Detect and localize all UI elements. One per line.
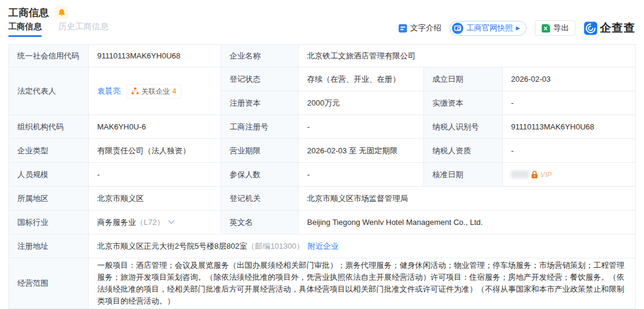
- company-name-value: 北京铁工文旅酒店管理有限公司: [299, 45, 635, 67]
- industry-value: 商务服务业: [97, 217, 136, 228]
- page-title: 工商信息: [8, 6, 49, 20]
- approval-date-cell: VIP: [503, 163, 635, 187]
- org-code-value: MAK6YH0U-6: [89, 115, 221, 139]
- reg-number-value: -: [299, 115, 424, 139]
- tab-bar: 工商信息 历史工商信息 文字介绍 工商官网快照 ▶: [0, 19, 644, 39]
- qichacha-logo-icon: [584, 21, 597, 35]
- official-snapshot-button[interactable]: 工商官网快照 ▶: [450, 21, 527, 36]
- related-companies-count: 4: [172, 86, 177, 97]
- reg-capital-label: 注册资本: [221, 91, 299, 115]
- paid-capital-label: 实缴资本: [424, 91, 503, 115]
- related-companies-label: 关联企业: [141, 86, 170, 97]
- taxpayer-id-value: 91110113MAK6YH0U68: [503, 115, 635, 139]
- snapshot-camera-icon: [452, 23, 463, 34]
- business-scope-label: 经营范围: [9, 258, 89, 308]
- vip-locked-value[interactable]: VIP: [511, 169, 552, 180]
- address-value: 北京市顺义区正元大街2号院5号楼8层802室: [97, 240, 247, 252]
- reg-capital-value: 2000万元: [299, 91, 424, 115]
- excel-icon: [541, 24, 550, 33]
- text-intro-label: 文字介绍: [410, 23, 441, 33]
- company-type-label: 企业类型: [9, 139, 89, 163]
- paid-capital-value: -: [503, 91, 635, 115]
- credit-code-value: 91110113MAK6YH0U68: [89, 45, 221, 67]
- industry-label: 国标行业: [9, 211, 89, 234]
- export-button[interactable]: 导出: [535, 20, 575, 36]
- text-intro-button[interactable]: 文字介绍: [398, 23, 441, 33]
- header-actions: 文字介绍 工商官网快照 ▶ 导出: [398, 19, 636, 37]
- company-name-label: 企业名称: [221, 45, 299, 67]
- credit-code-label: 统一社会信用代码: [9, 45, 89, 67]
- region-value: 北京市顺义区: [89, 187, 221, 211]
- address-label: 注册地址: [9, 234, 89, 258]
- nearby-companies-link[interactable]: 附近企业: [308, 240, 339, 252]
- reg-status-value: 存续（在营、开业、在册）: [299, 67, 424, 91]
- reg-number-label: 工商注册号: [221, 115, 299, 139]
- reg-authority-value: 北京市顺义区市场监督管理局: [299, 187, 635, 211]
- tab-history-business-info[interactable]: 历史工商信息: [58, 21, 109, 37]
- industry-code: （L72）: [136, 217, 165, 228]
- industry-cell: 商务服务业 （L72）: [89, 211, 221, 234]
- legal-rep-name-link[interactable]: 袁晨亮: [97, 85, 120, 97]
- reg-status-label: 登记状态: [221, 67, 299, 91]
- address-cell: 北京市顺义区正元大街2号院5号楼8层802室 （邮编101300） 附近企业: [89, 234, 635, 258]
- section-header: 工商信息: [0, 0, 644, 19]
- staff-size-value: -: [89, 163, 221, 187]
- org-chart-icon: [131, 87, 139, 95]
- export-label: 导出: [553, 23, 569, 33]
- lock-icon: [531, 171, 538, 179]
- notification-bell-icon[interactable]: [55, 6, 68, 19]
- chevron-down-icon[interactable]: [168, 220, 175, 224]
- reg-authority-label: 登记机关: [221, 187, 299, 211]
- org-code-label: 组织机构代码: [9, 115, 89, 139]
- qichacha-brand-name: 企查查: [600, 20, 636, 36]
- insured-count-value: -: [299, 163, 424, 187]
- company-type-value: 有限责任公司（法人独资）: [89, 139, 221, 163]
- address-postcode: （邮编101300）: [247, 240, 304, 252]
- business-scope-value: 一般项目：酒店管理；会议及展览服务（出国办展须经相关部门审批）；票务代理服务；健…: [89, 258, 635, 308]
- snapshot-label: 工商官网快照: [466, 23, 513, 33]
- insured-count-label: 参保人数: [221, 163, 299, 187]
- text-lines-icon: [398, 24, 407, 33]
- english-name-value: Beijing Tiegong Wenlv Hotel Management C…: [299, 211, 635, 234]
- blurred-date: [511, 171, 529, 178]
- taxpayer-qualification-value: -: [503, 139, 635, 163]
- business-term-value: 2026-02-03 至 无固定期限: [299, 139, 424, 163]
- staff-size-label: 人员规模: [9, 163, 89, 187]
- legal-rep-label: 法定代表人: [9, 67, 89, 115]
- business-info-table: 统一社会信用代码 91110113MAK6YH0U68 企业名称 北京铁工文旅酒…: [8, 44, 636, 309]
- english-name-label: 英文名: [221, 211, 299, 234]
- approval-date-label: 核准日期: [424, 163, 503, 187]
- legal-rep-cell: 袁晨亮 关联企业 4: [89, 67, 221, 115]
- related-companies-badge[interactable]: 关联企业 4: [126, 84, 181, 98]
- est-date-value: 2026-02-03: [503, 67, 635, 91]
- est-date-label: 成立日期: [424, 67, 503, 91]
- vip-label: VIP: [540, 169, 552, 180]
- arrow-right-icon: ▶: [516, 25, 520, 31]
- tab-business-info[interactable]: 工商信息: [8, 21, 42, 37]
- taxpayer-id-label: 纳税人识别号: [424, 115, 503, 139]
- business-term-label: 营业期限: [221, 139, 299, 163]
- qichacha-logo[interactable]: 企查查: [584, 20, 636, 36]
- taxpayer-qualification-label: 纳税人资质: [424, 139, 503, 163]
- region-label: 所属地区: [9, 187, 89, 211]
